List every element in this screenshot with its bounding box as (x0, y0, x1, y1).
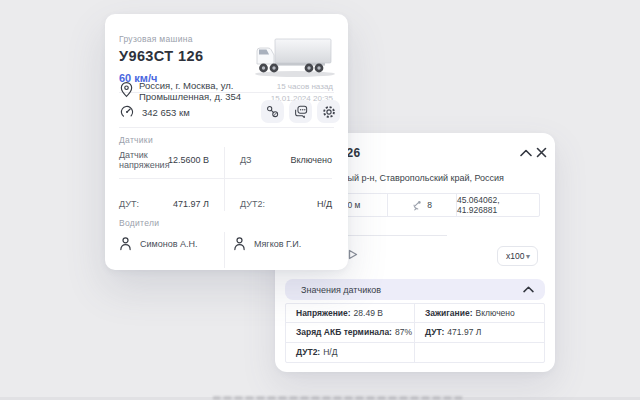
driver-name: Симонов А.Н. (140, 239, 197, 249)
location-pin-icon (119, 81, 134, 98)
route-button[interactable] (261, 100, 284, 123)
cell-label: Напряжение: (296, 308, 351, 318)
divider (119, 127, 334, 128)
cell-value: Н/Д (323, 347, 337, 357)
sensor-label-dz: ДЗ (240, 155, 252, 165)
sensor-values-table: Напряжение: 28.49 В Зажигание: Включено … (285, 303, 545, 363)
vehicle-mileage: 342 653 км (142, 107, 190, 118)
sensors-section-title: Датчики (119, 135, 153, 145)
route-icon (266, 105, 279, 118)
divider (224, 147, 225, 211)
satellites-count: 8 (427, 200, 432, 210)
odometer-icon (119, 105, 135, 119)
gear-icon (322, 105, 336, 119)
cell-label: ДУТ: (425, 327, 444, 337)
drivers-section-title: Водители (119, 218, 159, 228)
cell-label: ДУТ2: (296, 347, 320, 357)
chat-icon (294, 105, 308, 118)
vehicle-plate: У963СТ 126 (119, 48, 203, 64)
cell-value: 28.49 В (354, 308, 383, 318)
table-cell: ДУТ2: Н/Д (286, 343, 415, 362)
sensor-label-dut: ДУТ: (119, 199, 139, 209)
divider (119, 178, 332, 179)
chevron-down-icon: ▼ (524, 253, 531, 260)
table-cell: Напряжение: 28.49 В (286, 304, 415, 323)
table-cell-empty (415, 343, 544, 362)
settings-button[interactable] (317, 100, 340, 123)
cell-value: 471.97 Л (447, 327, 481, 337)
sensor-values-title: Значения датчиков (301, 285, 381, 295)
vehicle-type-label: Грузовая машина (119, 34, 193, 44)
driver-name: Мягков Г.И. (254, 239, 301, 249)
coordinates-value: 45.064062, 41.926881 (457, 194, 539, 216)
truck-image (249, 34, 337, 78)
person-icon (233, 236, 246, 251)
person-icon (119, 236, 132, 251)
collapse-chevron-up-icon[interactable] (520, 149, 532, 157)
play-icon[interactable] (348, 249, 358, 260)
sensor-value-dz: Включено (262, 155, 332, 165)
messages-button[interactable] (289, 100, 312, 123)
table-cell: ДУТ: 471.97 Л (415, 323, 544, 342)
cell-label: Зажигание: (425, 308, 473, 318)
cell-value: Включено (476, 308, 515, 318)
playback-speed-select[interactable]: x100 ▼ (497, 246, 538, 266)
address-line-1: Россия, г. Москва, ул. (139, 80, 259, 91)
table-cell: Заряд АКБ терминала: 87% (286, 323, 415, 342)
time-ago: 15 часов назад (271, 81, 333, 93)
table-cell: Зажигание: Включено (415, 304, 544, 323)
sensor-values-section-header[interactable]: Значения датчиков (285, 279, 545, 300)
cell-label: Заряд АКБ терминала: (296, 327, 392, 337)
address-line-2: Промышленная, д. 354 (139, 91, 259, 102)
satellite-icon (412, 200, 423, 211)
sensor-value-voltage: 12.5600 В (153, 155, 209, 165)
satellites-cell: 8 (388, 194, 457, 216)
sensor-value-dut2: Н/Д (262, 199, 332, 209)
playback-speed-value: x100 (506, 251, 524, 261)
vehicle-summary-card: Грузовая машина У963СТ 126 60 км/ч (105, 14, 348, 270)
vehicle-address: Россия, г. Москва, ул. Промышленная, д. … (139, 80, 259, 102)
driver-item[interactable]: Мягков Г.И. (233, 236, 301, 251)
section-chevron-up-icon (523, 286, 534, 293)
divider (224, 232, 225, 268)
cell-value: 87% (395, 327, 412, 337)
driver-item[interactable]: Симонов А.Н. (119, 236, 197, 251)
close-icon[interactable] (536, 147, 547, 158)
sensor-value-dut: 471.97 Л (153, 199, 209, 209)
blurred-map-attribution (213, 396, 463, 400)
